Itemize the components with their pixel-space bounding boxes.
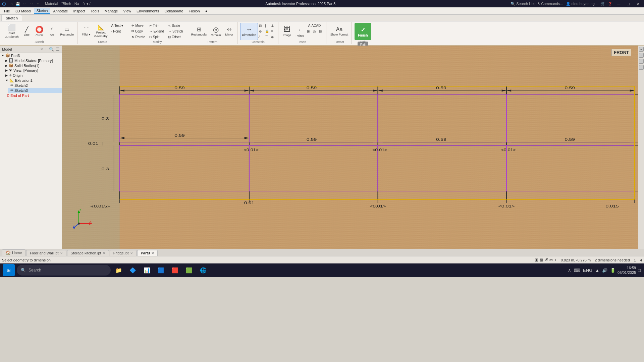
tab-fridge[interactable]: Fridge.ipt ✕ [110,250,137,256]
maximize-btn[interactable]: □ [625,1,632,6]
menu-view[interactable]: View [120,8,134,14]
battery-icon[interactable]: 🔋 [609,267,616,274]
tree-expand-extrusion1[interactable]: ▼ [5,79,8,82]
menu-environments[interactable]: Environments [134,8,162,14]
const-btn-2[interactable]: ∥ [265,23,270,28]
taskbar-app5-btn[interactable]: 🟩 [183,264,195,276]
stretch-btn[interactable]: ↔Stretch [166,28,185,34]
qa-open[interactable]: 🗁 [8,1,14,7]
const-btn-4[interactable]: ⊙ [259,28,264,34]
const-btn-5[interactable]: 🔒 [265,28,270,34]
right-panel-btn-1[interactable]: + [639,47,644,52]
material-label[interactable]: Material [45,2,58,6]
tree-expand-part3[interactable]: ▼ [1,54,4,57]
keyboard-icon[interactable]: ⌨ [573,267,581,274]
tree-expand-view[interactable]: ▶ [5,69,8,72]
tree-extrusion1[interactable]: ▼ 📐 Extrusion1 [4,78,62,83]
mirror-btn[interactable]: ⇔ Mirror [223,23,235,40]
menu-tools[interactable]: Tools [88,8,102,14]
ins-btn-1[interactable]: ⊞ [307,28,312,34]
move-btn[interactable]: ✛Move [130,23,147,28]
points-btn[interactable]: · Points [294,23,306,40]
circle-btn[interactable]: ⭕ Circle [34,23,46,40]
taskbar-start-btn[interactable]: ⊞ [3,264,15,276]
ins-btn-3[interactable]: ⊡ [319,28,324,34]
trim-btn[interactable]: ✂Trim [148,23,166,28]
const-btn-8[interactable]: ⌒ [265,34,270,40]
menu-fusion[interactable]: Fusion [186,8,203,14]
scale-btn[interactable]: ⤡Scale [166,23,185,28]
tree-end-of-part[interactable]: ⊘ End of Part [4,93,62,98]
menu-3dmodel[interactable]: 3D Model [13,8,34,14]
ins-btn-2[interactable]: ◎ [313,28,318,34]
close-btn[interactable]: ✕ [634,1,642,6]
right-panel-btn-4[interactable]: ↓ [639,65,644,70]
user-label[interactable]: 👤 dieu.huyen.ng... [566,2,598,6]
chevron-up-icon[interactable]: ∧ [567,267,572,274]
line-btn[interactable]: ╱ Line [21,23,33,40]
tree-solid-bodies[interactable]: ▶ 📦 Solid Bodies(1) [4,63,62,68]
tab-storage[interactable]: Storage kitchen.ipt ✕ [67,250,109,256]
model-tab[interactable]: Model [2,47,38,51]
const-btn-1[interactable]: ⊡ [259,23,264,28]
model-tab-close[interactable]: ✕ [40,47,43,51]
menu-file[interactable]: File [1,8,13,14]
dimension-btn[interactable]: ↔ Dimension [240,23,258,40]
viewport[interactable]: FRONT [62,46,638,249]
point-btn[interactable]: · Point [110,28,125,34]
tree-expand-solid-bodies[interactable]: ▶ [5,64,8,67]
text-btn[interactable]: A Text ▾ [110,23,125,28]
tab-floor-wall-close[interactable]: ✕ [60,251,63,255]
const-btn-3[interactable]: ⊥ [271,23,276,28]
qa-redo[interactable]: ↪ [28,1,34,7]
rotate-btn[interactable]: ↻Rotate [130,34,147,40]
image-btn[interactable]: 🖼 Image [281,23,293,40]
circular-pattern-btn[interactable]: ◎ Circular [209,23,222,40]
minimize-btn[interactable]: ─ [615,1,622,6]
menu-extra[interactable]: ● [203,8,210,14]
qa-dropdown[interactable]: ▾ [35,1,41,7]
qa-save[interactable]: 💾 [15,1,21,7]
extend-btn[interactable]: →Extend [148,28,166,34]
tree-origin[interactable]: ▶ ✛ Origin [4,73,62,78]
taskbar-app1-btn[interactable]: 🔷 [127,264,139,276]
project-geometry-btn[interactable]: 📐 ProjectGeometry [93,23,109,40]
tree-model-states[interactable]: ▶ 🔲 Model States: [Primary] [4,58,62,63]
cart-icon[interactable]: 🛒 [600,2,605,6]
const-btn-9[interactable]: ⊕ [271,34,276,40]
show-format-btn[interactable]: Aa Show Format [329,23,350,40]
tree-view[interactable]: ▶ 👁 View: [Primary] [4,68,62,73]
tab-storage-close[interactable]: ✕ [103,251,105,255]
taskbar-app4-btn[interactable]: 🟥 [169,264,181,276]
tab-fridge-close[interactable]: ✕ [130,251,133,255]
notification-icon[interactable]: □ [637,267,641,274]
finish-btn[interactable]: ✓ Finish [355,23,371,40]
menu-manage[interactable]: Manage [102,8,121,14]
menu-annotate[interactable]: Annotate [50,8,70,14]
fillet-btn[interactable]: ⌒ Fillet ▾ [80,23,92,40]
volume-icon[interactable]: 🔊 [601,267,608,274]
tab-part3-close[interactable]: ✕ [151,251,154,255]
menu-inspect[interactable]: Inspect [71,8,88,14]
taskbar-chrome-btn[interactable]: 🌐 [197,264,209,276]
ribbon-tab-sketch[interactable]: Sketch [1,15,22,21]
menu-sketch[interactable]: Sketch [34,8,51,14]
const-btn-7[interactable]: ∕ [259,34,264,40]
split-btn[interactable]: ✂Split [148,34,166,40]
tree-part3[interactable]: ▼ 📦 Part3 [0,53,62,58]
taskbar-app2-btn[interactable]: 📊 [141,264,153,276]
taskbar-folder-btn[interactable]: 📁 [113,264,125,276]
help-icon[interactable]: ❓ [608,2,612,6]
taskbar-app3-btn[interactable]: 🟦 [155,264,167,276]
tree-sketch3[interactable]: ✏ Sketch3 [8,88,62,93]
tab-home[interactable]: 🏠 Home [2,249,25,256]
right-panel-btn-2[interactable]: - [639,53,644,58]
birch-label[interactable]: "Birch - Na [61,2,79,6]
tree-expand-model-states[interactable]: ▶ [5,59,8,62]
model-tab-add[interactable]: + [45,47,47,51]
tree-expand-origin[interactable]: ▶ [5,74,8,77]
wifi-icon[interactable]: ▲ [594,267,600,274]
taskbar-search[interactable]: 🔍 Search [17,265,111,276]
tree-sketch2[interactable]: ✏ Sketch2 [8,83,62,88]
copy-btn[interactable]: ⧉Copy [130,28,147,34]
